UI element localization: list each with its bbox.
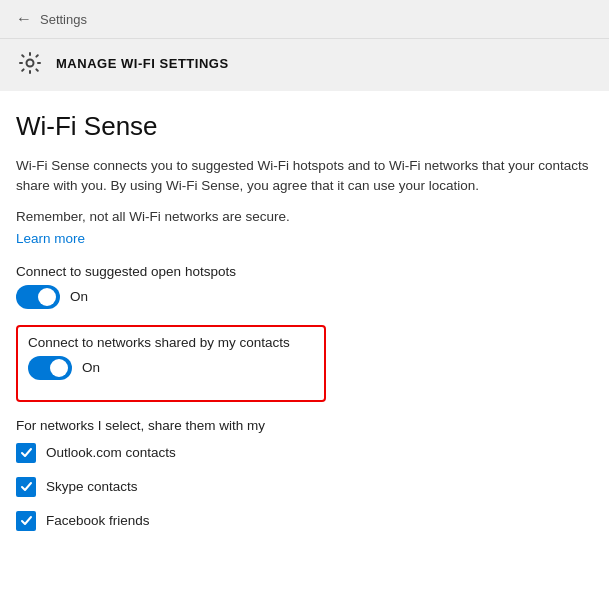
main-content: Wi-Fi Sense Wi-Fi Sense connects you to … <box>0 91 609 565</box>
toggle2-label: Connect to networks shared by my contact… <box>28 335 314 350</box>
facebook-checkbox-label: Facebook friends <box>46 513 150 528</box>
toggle2-thumb <box>50 359 68 377</box>
checkbox-outlook[interactable]: Outlook.com contacts <box>16 443 593 463</box>
suggested-hotspots-row: Connect to suggested open hotspots On <box>16 264 593 309</box>
back-button[interactable]: ← <box>16 10 32 28</box>
toggle1-thumb <box>38 288 56 306</box>
toggle1-track <box>16 285 60 309</box>
gear-icon <box>16 49 44 77</box>
skype-checkbox-label: Skype contacts <box>46 479 138 494</box>
skype-checkbox-icon <box>16 477 36 497</box>
svg-point-0 <box>27 60 34 67</box>
learn-more-link[interactable]: Learn more <box>16 231 85 246</box>
toggle2-switch[interactable] <box>28 356 72 380</box>
facebook-checkbox-icon <box>16 511 36 531</box>
outlook-checkbox-icon <box>16 443 36 463</box>
secure-note: Remember, not all Wi-Fi networks are sec… <box>16 209 593 224</box>
toggle1-switch[interactable] <box>16 285 60 309</box>
highlighted-contacts-box: Connect to networks shared by my contact… <box>16 325 326 402</box>
toggle1-row[interactable]: On <box>16 285 593 309</box>
toggle2-state: On <box>82 360 100 375</box>
toggle2-row[interactable]: On <box>28 356 314 380</box>
header-settings-label: Settings <box>40 12 87 27</box>
outlook-checkbox-label: Outlook.com contacts <box>46 445 176 460</box>
page-title: Wi-Fi Sense <box>16 111 593 142</box>
description-text: Wi-Fi Sense connects you to suggested Wi… <box>16 156 593 197</box>
share-label: For networks I select, share them with m… <box>16 418 593 433</box>
checkbox-facebook[interactable]: Facebook friends <box>16 511 593 531</box>
header-bar: ← Settings <box>0 0 609 39</box>
toggle1-state: On <box>70 289 88 304</box>
toggle1-label: Connect to suggested open hotspots <box>16 264 593 279</box>
manage-wifi-bar: MANAGE WI-FI SETTINGS <box>0 39 609 91</box>
manage-wifi-title: MANAGE WI-FI SETTINGS <box>56 56 229 71</box>
toggle2-track <box>28 356 72 380</box>
checkbox-skype[interactable]: Skype contacts <box>16 477 593 497</box>
